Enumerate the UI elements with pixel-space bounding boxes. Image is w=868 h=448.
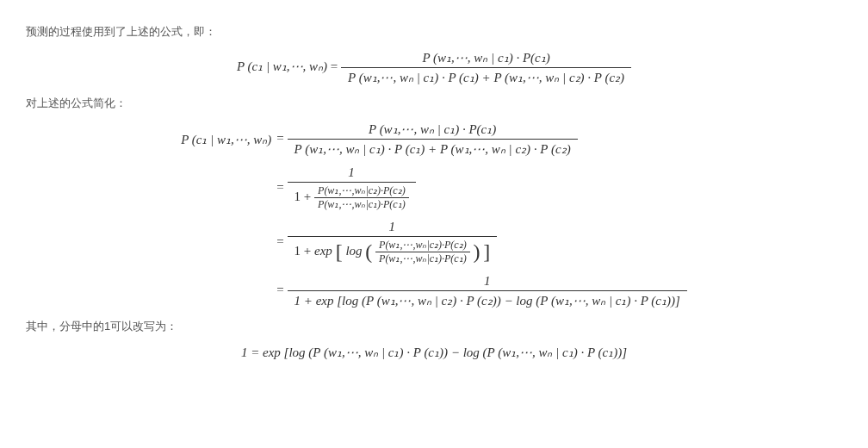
equation-2-aligned: P (c₁ | w₁,⋯, wₙ) = P (w₁,⋯, wₙ | c₁) · … bbox=[26, 121, 842, 308]
eq2-row2-inner-num: P(w₁,⋯,wₙ|c₂)·P(c₂) bbox=[314, 184, 409, 198]
eq2-row2-num: 1 bbox=[288, 165, 416, 183]
equation-3: 1 = exp [log (P (w₁,⋯, wₙ | c₁) · P (c₁)… bbox=[26, 345, 842, 360]
equals-sign: = bbox=[331, 59, 341, 73]
paragraph-intro: 预测的过程使用到了上述的公式，即： bbox=[26, 24, 842, 40]
eq2-row2-inner-den: P(w₁,⋯,wₙ|c₁)·P(c₁) bbox=[314, 198, 409, 211]
eq3-expression: 1 = exp [log (P (w₁,⋯, wₙ | c₁) · P (c₁)… bbox=[241, 345, 627, 360]
eq2-row4-num: 1 bbox=[288, 274, 687, 291]
eq2-row3-inner-den: P(w₁,⋯,wₙ|c₁)·P(c₁) bbox=[375, 252, 470, 265]
eq2-row1-num: P (w₁,⋯, wₙ | c₁) · P(c₁) bbox=[288, 121, 578, 140]
paragraph-rewrite: 其中，分母中的1可以改写为： bbox=[26, 319, 842, 334]
equals-sign: = bbox=[276, 283, 287, 296]
eq1-numerator: P (w₁,⋯, wₙ | c₁) · P(c₁) bbox=[341, 50, 631, 68]
equals-sign: = bbox=[276, 180, 287, 194]
eq2-row3-num: 1 bbox=[288, 220, 498, 237]
eq1-denominator: P (w₁,⋯, wₙ | c₁) · P (c₁) + P (w₁,⋯, wₙ… bbox=[341, 68, 631, 85]
eq2-row4-den: 1 + exp [log (P (w₁,⋯, wₙ | c₂) · P (c₂)… bbox=[288, 291, 687, 308]
paragraph-simplify: 对上述的公式简化： bbox=[26, 96, 842, 111]
eq2-lhs: P (c₁ | w₁,⋯, wₙ) bbox=[181, 132, 271, 147]
equals-sign: = bbox=[276, 234, 287, 248]
eq2-row2-den: 1 + P(w₁,⋯,wₙ|c₂)·P(c₂) P(w₁,⋯,wₙ|c₁)·P(… bbox=[288, 183, 416, 211]
eq1-lhs: P (c₁ | w₁,⋯, wₙ) bbox=[237, 59, 327, 73]
eq2-row1-den: P (w₁,⋯, wₙ | c₁) · P (c₁) + P (w₁,⋯, wₙ… bbox=[288, 140, 578, 157]
equation-1: P (c₁ | w₁,⋯, wₙ) = P (w₁,⋯, wₙ | c₁) · … bbox=[26, 50, 842, 85]
eq2-row3-inner-num: P(w₁,⋯,wₙ|c₂)·P(c₂) bbox=[375, 239, 470, 252]
eq2-row3-den: 1 + exp [ log ( P(w₁,⋯,wₙ|c₂)·P(c₂) P(w₁… bbox=[288, 237, 498, 265]
equals-sign: = bbox=[276, 131, 287, 145]
